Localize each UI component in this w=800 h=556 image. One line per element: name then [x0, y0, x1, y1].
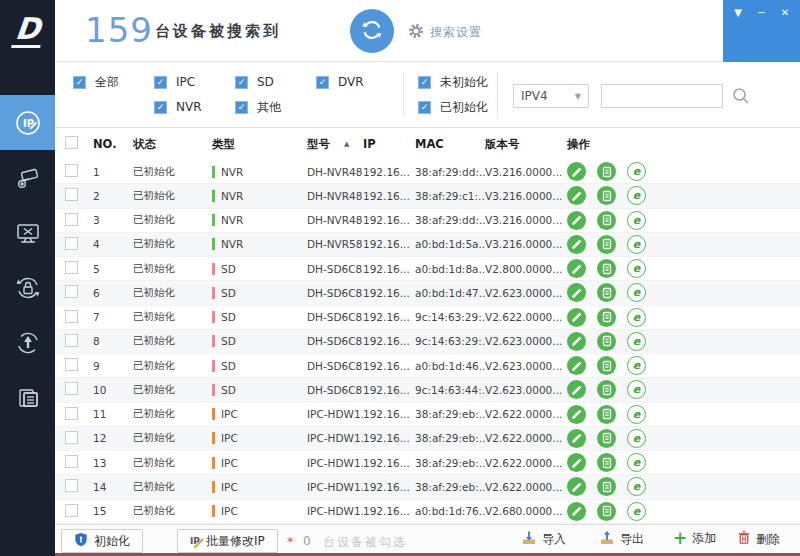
browser-icon[interactable]: e	[627, 259, 646, 278]
delete-button[interactable]: 删除	[737, 530, 780, 548]
col-version[interactable]: 版本号	[485, 137, 563, 152]
filter-option[interactable]: ✓全部	[73, 73, 154, 91]
filter-option[interactable]: ✓已初始化	[418, 98, 488, 116]
checkbox-icon[interactable]: ✓	[418, 76, 431, 89]
filter-option[interactable]: ✓IPC	[154, 73, 235, 91]
row-checkbox[interactable]	[65, 285, 78, 298]
details-icon[interactable]	[597, 429, 616, 448]
filter-option[interactable]: ✓NVR	[154, 98, 235, 116]
checkbox-icon[interactable]: ✓	[154, 101, 167, 114]
table-row[interactable]: 2 已初始化 NVR DH-NVR48... 192.16... 38:af:2…	[55, 184, 800, 208]
row-checkbox[interactable]	[65, 358, 78, 371]
checkbox-icon[interactable]: ✓	[73, 76, 86, 89]
browser-icon[interactable]: e	[627, 477, 646, 496]
minimize-button[interactable]: −	[755, 6, 769, 20]
details-icon[interactable]	[597, 453, 616, 472]
edit-icon[interactable]	[567, 308, 586, 327]
details-icon[interactable]	[597, 356, 616, 375]
table-row[interactable]: 4 已初始化 NVR DH-NVR58... 192.16... a0:bd:1…	[55, 233, 800, 257]
table-row[interactable]: 5 已初始化 SD DH-SD6C8... 192.16... a0:bd:1d…	[55, 257, 800, 281]
browser-icon[interactable]: e	[627, 211, 646, 230]
row-checkbox[interactable]	[65, 213, 78, 226]
edit-icon[interactable]	[567, 405, 586, 424]
browser-icon[interactable]: e	[627, 283, 646, 302]
sidebar-item-upgrade[interactable]	[0, 315, 55, 370]
details-icon[interactable]	[597, 162, 616, 181]
table-row[interactable]: 15 已初始化 IPC IPC-HDW1... 192.16... a0:bd:…	[55, 500, 800, 524]
col-ip[interactable]: IP	[363, 137, 415, 151]
table-row[interactable]: 11 已初始化 IPC IPC-HDW1... 192.16... 38:af:…	[55, 403, 800, 427]
browser-icon[interactable]: e	[627, 356, 646, 375]
col-mac[interactable]: MAC	[415, 137, 485, 151]
row-checkbox[interactable]	[65, 237, 78, 250]
row-checkbox[interactable]	[65, 431, 78, 444]
add-button[interactable]: + 添加	[673, 530, 716, 547]
details-icon[interactable]	[597, 502, 616, 521]
row-checkbox[interactable]	[65, 407, 78, 420]
refresh-button[interactable]	[350, 9, 394, 53]
row-checkbox[interactable]	[65, 382, 78, 395]
edit-icon[interactable]	[567, 259, 586, 278]
row-checkbox[interactable]	[65, 164, 78, 177]
edit-icon[interactable]	[567, 380, 586, 399]
browser-icon[interactable]: e	[627, 332, 646, 351]
ip-version-select[interactable]: IPV4 ▼	[513, 84, 589, 108]
checkbox-icon[interactable]: ✓	[418, 101, 431, 114]
sort-asc-icon[interactable]: ▲	[344, 140, 349, 148]
table-row[interactable]: 14 已初始化 IPC IPC-HDW1... 192.16... 38:af:…	[55, 475, 800, 499]
select-all-checkbox[interactable]	[65, 136, 78, 149]
browser-icon[interactable]: e	[627, 405, 646, 424]
table-row[interactable]: 6 已初始化 SD DH-SD6C8... 192.16... a0:bd:1d…	[55, 281, 800, 305]
row-checkbox[interactable]	[65, 261, 78, 274]
batch-modify-ip-button[interactable]: IP 批量修改IP	[177, 529, 278, 553]
search-icon[interactable]	[731, 86, 751, 109]
details-icon[interactable]	[597, 380, 616, 399]
table-row[interactable]: 1 已初始化 NVR DH-NVR48... 192.16... 38:af:2…	[55, 160, 800, 184]
edit-icon[interactable]	[567, 477, 586, 496]
filter-option[interactable]: ✓未初始化	[418, 73, 488, 91]
col-status[interactable]: 状态	[123, 137, 210, 152]
table-row[interactable]: 3 已初始化 NVR DH-NVR48... 192.16... 38:af:2…	[55, 209, 800, 233]
checkbox-icon[interactable]: ✓	[316, 76, 329, 89]
browser-icon[interactable]: e	[627, 453, 646, 472]
filter-option[interactable]: ✓SD	[235, 73, 316, 91]
import-button[interactable]: 导入	[521, 530, 566, 549]
details-icon[interactable]	[597, 283, 616, 302]
row-checkbox[interactable]	[65, 188, 78, 201]
browser-icon[interactable]: e	[627, 308, 646, 327]
details-icon[interactable]	[597, 259, 616, 278]
details-icon[interactable]	[597, 211, 616, 230]
edit-icon[interactable]	[567, 283, 586, 302]
sidebar-item-system-settings[interactable]	[0, 205, 55, 260]
filter-option[interactable]: ✓DVR	[316, 73, 397, 91]
browser-icon[interactable]: e	[627, 429, 646, 448]
table-row[interactable]: 9 已初始化 SD DH-SD6C8... 192.16... a0:bd:1d…	[55, 354, 800, 378]
table-row[interactable]: 12 已初始化 IPC IPC-HDW1... 192.16... 38:af:…	[55, 427, 800, 451]
edit-icon[interactable]	[567, 211, 586, 230]
details-icon[interactable]	[597, 235, 616, 254]
edit-icon[interactable]	[567, 235, 586, 254]
edit-icon[interactable]	[567, 162, 586, 181]
row-checkbox[interactable]	[65, 479, 78, 492]
initialize-button[interactable]: 初始化	[61, 529, 143, 553]
checkbox-icon[interactable]: ✓	[235, 101, 248, 114]
search-settings-button[interactable]: 搜索设置	[407, 22, 482, 43]
edit-icon[interactable]	[567, 332, 586, 351]
sidebar-item-modify-ip[interactable]: IP	[0, 95, 55, 150]
sidebar-item-password-reset[interactable]	[0, 260, 55, 315]
row-checkbox[interactable]	[65, 504, 78, 517]
close-button[interactable]: ✕	[778, 6, 792, 20]
table-row[interactable]: 13 已初始化 IPC IPC-HDW1... 192.16... 38:af:…	[55, 451, 800, 475]
table-row[interactable]: 7 已初始化 SD DH-SD6C8... 192.16... 9c:14:63…	[55, 306, 800, 330]
edit-icon[interactable]	[567, 429, 586, 448]
edit-icon[interactable]	[567, 502, 586, 521]
row-checkbox[interactable]	[65, 310, 78, 323]
browser-icon[interactable]: e	[627, 235, 646, 254]
table-row[interactable]: 10 已初始化 SD DH-SD6C8... 192.16... 9c:14:6…	[55, 378, 800, 402]
details-icon[interactable]	[597, 477, 616, 496]
browser-icon[interactable]: e	[627, 502, 646, 521]
sidebar-item-device-config[interactable]	[0, 150, 55, 205]
browser-icon[interactable]: e	[627, 380, 646, 399]
search-input[interactable]	[601, 84, 723, 108]
browser-icon[interactable]: e	[627, 162, 646, 181]
